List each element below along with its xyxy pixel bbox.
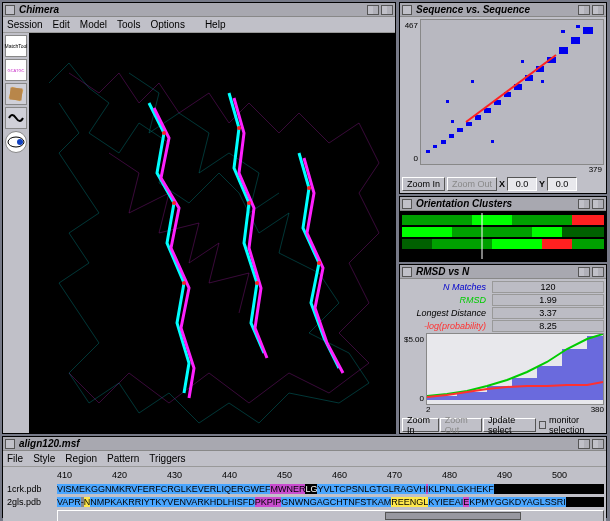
sequence-track[interactable]: VA PR-N NMPKAKRRIYTKYVENVARKHDLHISFDPKPI… (57, 497, 604, 507)
window-min-icon[interactable] (578, 439, 590, 449)
svg-point-5 (172, 201, 176, 205)
sequence-name: 1crk.pdb (5, 484, 57, 494)
chimera-main-window: Chimera Session Edit Model Tools Options… (2, 2, 396, 434)
menu-tools[interactable]: Tools (117, 19, 140, 30)
align-title: align120.msf (19, 438, 80, 449)
align-menu-file[interactable]: File (7, 453, 23, 464)
window-min-icon[interactable] (578, 5, 590, 15)
svg-rect-31 (491, 140, 494, 143)
svg-rect-47 (432, 239, 492, 249)
ruler-tick: 450 (277, 470, 292, 480)
window-max-icon[interactable] (592, 199, 604, 209)
window-menu-icon[interactable] (5, 5, 15, 15)
sequence-track[interactable]: VIS MEKGGNMKRVFERFCRGLKEVERLIQERGWEFMWNE… (57, 484, 604, 494)
ruler-tick: 470 (387, 470, 402, 480)
svg-rect-41 (572, 215, 604, 225)
svg-rect-34 (541, 80, 544, 83)
ruler-tick: 480 (442, 470, 457, 480)
rmsd-title: RMSD vs N (416, 266, 469, 277)
menu-session[interactable]: Session (7, 19, 43, 30)
alignment-window: align120.msf File Style Region Pattern T… (2, 436, 607, 518)
window-min-icon[interactable] (578, 267, 590, 277)
svg-rect-44 (532, 227, 562, 237)
svg-rect-39 (472, 215, 512, 225)
svg-rect-1 (9, 87, 22, 100)
svs-title: Sequence vs. Sequence (416, 4, 530, 15)
window-min-icon[interactable] (578, 199, 590, 209)
menu-edit[interactable]: Edit (53, 19, 70, 30)
notepad-icon[interactable] (5, 83, 27, 105)
svg-point-10 (307, 186, 311, 190)
svg-point-9 (255, 281, 259, 285)
sequence-row: 2gls.pdbVA PR-N NMPKAKRRIYTKYVENVARKHDLH… (5, 495, 604, 508)
ruler-tick: 440 (222, 470, 237, 480)
window-menu-icon[interactable] (5, 439, 15, 449)
svg-rect-42 (402, 227, 452, 237)
window-menu-icon[interactable] (402, 199, 412, 209)
svg-rect-35 (521, 60, 524, 63)
svg-point-4 (162, 131, 166, 135)
rmsd-zoom-in-button[interactable]: Zoom In (402, 418, 439, 432)
svs-x-field[interactable]: 0.0 (507, 177, 537, 191)
monitor-checkbox[interactable] (539, 421, 546, 429)
ruler-tick: 490 (497, 470, 512, 480)
svg-rect-58 (587, 336, 603, 400)
svg-rect-27 (571, 37, 580, 44)
sequence-tool-icon[interactable]: GCATGC (5, 59, 27, 81)
menu-help[interactable]: Help (205, 19, 226, 30)
main-title: Chimera (19, 4, 59, 15)
3d-viewer[interactable] (29, 33, 395, 433)
menu-options[interactable]: Options (150, 19, 184, 30)
align-menu-pattern[interactable]: Pattern (107, 453, 139, 464)
svg-rect-45 (562, 227, 604, 237)
align-menubar: File Style Region Pattern Triggers (3, 451, 606, 467)
orient-heatmap[interactable] (400, 211, 606, 261)
svg-rect-16 (457, 128, 463, 132)
svg-rect-17 (466, 122, 472, 126)
sequence-name: 2gls.pdb (5, 497, 57, 507)
window-min-icon[interactable] (367, 5, 379, 15)
window-max-icon[interactable] (381, 5, 393, 15)
ruler-tick: 420 (112, 470, 127, 480)
menu-model[interactable]: Model (80, 19, 107, 30)
svs-ymax: 467 (405, 21, 418, 30)
align-menu-style[interactable]: Style (33, 453, 55, 464)
rmsd-chart[interactable] (426, 333, 604, 405)
svs-zoom-in-button[interactable]: Zoom In (402, 177, 445, 191)
sphere-icon[interactable] (5, 131, 27, 153)
ruler-tick: 460 (332, 470, 347, 480)
stat-logp-value: 8.25 (492, 320, 604, 332)
window-max-icon[interactable] (592, 267, 604, 277)
rmsd-stats: N Matches120 RMSD1.99 Longest Distance3.… (400, 279, 606, 333)
svg-rect-46 (402, 239, 432, 249)
match-tool-icon[interactable]: MatchTool (5, 35, 27, 57)
window-max-icon[interactable] (592, 5, 604, 15)
svg-rect-49 (542, 239, 572, 249)
svg-rect-57 (562, 349, 587, 400)
svg-rect-32 (561, 30, 565, 33)
align-menu-region[interactable]: Region (65, 453, 97, 464)
ribbon-icon[interactable] (5, 107, 27, 129)
rmsd-update-button[interactable]: Jpdate select (483, 418, 536, 432)
rmsd-controls: Zoom In Zoom Out Jpdate select monitor s… (400, 413, 606, 437)
window-max-icon[interactable] (592, 439, 604, 449)
window-menu-icon[interactable] (402, 267, 412, 277)
orientation-window: Orientation Clusters (399, 196, 607, 262)
svg-line-37 (466, 55, 556, 122)
svg-rect-36 (446, 100, 449, 103)
stat-rmsd-value: 1.99 (492, 294, 604, 306)
rmsd-xmin: 2 (426, 405, 430, 414)
monitor-label: monitor selection (549, 415, 604, 435)
rmsd-xmax: 380 (591, 405, 604, 414)
rmsd-zoom-out-button[interactable]: Zoom Out (440, 418, 482, 432)
align-scrollbar[interactable] (5, 510, 604, 521)
svs-y-field[interactable]: 0.0 (547, 177, 577, 191)
svg-rect-48 (492, 239, 542, 249)
svs-zoom-out-button[interactable]: Zoom Out (447, 177, 497, 191)
rmsd-titlebar: RMSD vs N (400, 265, 606, 279)
window-menu-icon[interactable] (402, 5, 412, 15)
align-menu-triggers[interactable]: Triggers (149, 453, 185, 464)
seq-vs-seq-window: Sequence vs. Sequence 467 0 379 Zoom In … (399, 2, 607, 194)
svs-plot[interactable] (420, 19, 604, 165)
svg-rect-50 (572, 239, 604, 249)
